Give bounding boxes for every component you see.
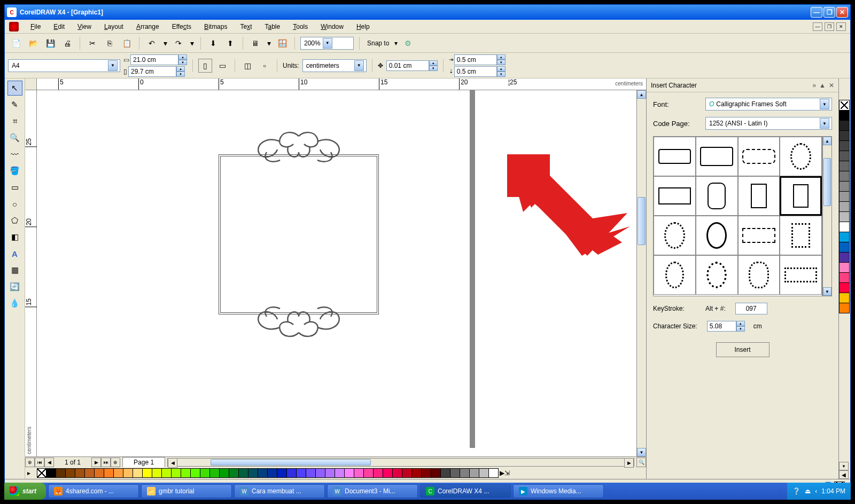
minimize-button[interactable]: — [811,7,822,18]
font-combo[interactable]: O Calligraphic Frames Soft ▼ [705,98,832,111]
undo-dropdown-icon[interactable]: ▾ [162,36,168,50]
insert-button[interactable]: Insert [716,342,770,357]
scroll-down-icon[interactable]: ▼ [823,287,831,296]
palette-scroll-icon[interactable]: ▶ [500,469,504,477]
menu-help[interactable]: Help [351,22,375,32]
char-cell[interactable] [780,137,822,176]
color-swatch[interactable] [422,468,431,478]
snap-label[interactable]: Snap to [365,40,391,47]
menu-view[interactable]: View [72,22,97,32]
char-cell[interactable] [738,216,780,255]
color-swatch[interactable] [46,468,56,478]
basic-shapes-tool[interactable]: ◧ [7,230,22,245]
color-swatch[interactable] [839,151,850,161]
char-cell[interactable] [696,255,738,295]
welcome-icon[interactable]: 🪟 [275,36,289,50]
color-swatch[interactable] [839,161,850,171]
mdi-close[interactable]: ✕ [836,22,846,31]
color-swatch[interactable] [839,201,850,212]
ruler-origin[interactable] [25,78,37,90]
add-page-after-icon[interactable]: ⊕ [111,458,120,467]
task-item[interactable]: 📁gmbr tutorial [141,484,232,498]
app-menu-icon[interactable] [9,22,19,32]
ellipse-tool[interactable]: ○ [7,196,22,211]
freehand-tool[interactable]: 〰 [7,147,22,162]
spin-down-icon[interactable]: ▼ [497,72,506,77]
scroll-down-icon[interactable]: ▼ [637,448,646,456]
color-swatch[interactable] [839,120,850,131]
color-swatch[interactable] [143,468,152,478]
interactive-tool[interactable]: 🔄 [7,279,22,294]
menu-effects[interactable]: Effects [167,22,197,32]
launcher-dropdown-icon[interactable]: ▾ [266,36,272,50]
color-swatch[interactable] [181,468,191,478]
color-swatch[interactable] [479,468,489,478]
color-swatch[interactable] [85,468,95,478]
maximize-button[interactable]: ❐ [823,7,835,18]
page-width-input[interactable] [130,54,178,65]
mdi-minimize[interactable]: — [813,22,822,31]
palette-expand-icon[interactable]: ⇲ [504,469,510,477]
spin-down-icon[interactable]: ▼ [176,72,185,77]
copy-icon[interactable]: ⎘ [103,36,116,50]
color-swatch[interactable] [364,468,374,478]
color-swatch[interactable] [258,468,268,478]
polygon-tool[interactable]: ⬠ [7,213,22,228]
save-icon[interactable]: 💾 [43,36,57,50]
color-swatch[interactable] [287,468,297,478]
drawing-canvas[interactable] [37,90,636,456]
last-page-icon[interactable]: ⏭ [101,458,111,467]
portrait-icon[interactable]: ▯ [198,59,212,73]
menu-window[interactable]: Window [315,22,349,32]
snap-dropdown-icon[interactable]: ▾ [394,40,398,47]
color-swatch[interactable] [200,468,210,478]
color-swatch[interactable] [489,468,499,478]
codepage-combo[interactable]: 1252 (ANSI - Latin I) ▼ [705,117,832,130]
chevron-down-icon[interactable]: ▼ [108,60,118,71]
no-color-swatch[interactable] [37,468,46,478]
color-swatch[interactable] [104,468,114,478]
spin-up-icon[interactable]: ▲ [497,54,506,60]
scroll-thumb[interactable] [211,459,371,466]
color-swatch[interactable] [220,468,229,478]
page-tab[interactable]: Page 1 [122,457,165,468]
color-swatch[interactable] [152,468,162,478]
scroll-thumb[interactable] [638,197,646,245]
vpalette-scroll-icon[interactable]: ▼ [839,462,849,470]
char-cell-selected[interactable] [780,176,822,216]
palette-menu-icon[interactable]: ▸ [27,469,35,477]
color-swatch[interactable] [839,171,850,182]
paste-icon[interactable]: 📋 [120,36,134,50]
color-swatch[interactable] [210,468,220,478]
task-item[interactable]: WCara membuat ... [234,484,325,498]
color-swatch[interactable] [470,468,479,478]
color-swatch[interactable] [123,468,133,478]
color-swatch[interactable] [162,468,172,478]
zoom-combo[interactable]: 200% ▼ [300,37,354,50]
zoom-page-icon[interactable]: 🔍 [636,458,646,467]
task-item[interactable]: WDocument3 - Mi... [327,484,418,498]
menu-layout[interactable]: Layout [99,22,129,32]
tray-expand-icon[interactable]: ‹ [815,487,817,495]
color-swatch[interactable] [839,282,850,293]
menu-bitmaps[interactable]: Bitmaps [199,22,232,32]
docker-collapse-icon[interactable]: ▲ [819,82,826,89]
chevron-down-icon[interactable]: ▼ [323,38,332,49]
menu-tools[interactable]: Tools [287,22,313,32]
import-icon[interactable]: ⬇ [206,36,220,50]
color-swatch[interactable] [345,468,354,478]
menu-file[interactable]: File [25,22,46,32]
cut-icon[interactable]: ✂ [86,36,99,50]
horizontal-ruler[interactable]: 5 0 5 10 15 20 ¦25 centimeters [37,78,646,90]
docker-close-icon[interactable]: ✕ [829,82,834,89]
color-swatch[interactable] [316,468,325,478]
scroll-thumb[interactable] [823,158,831,206]
allpages-icon[interactable]: ◫ [240,59,254,73]
color-swatch[interactable] [402,468,412,478]
color-swatch[interactable] [268,468,277,478]
chevron-down-icon[interactable]: ▼ [820,99,829,109]
color-swatch[interactable] [383,468,393,478]
color-swatch[interactable] [325,468,335,478]
color-swatch[interactable] [66,468,75,478]
char-cell[interactable] [738,137,780,176]
